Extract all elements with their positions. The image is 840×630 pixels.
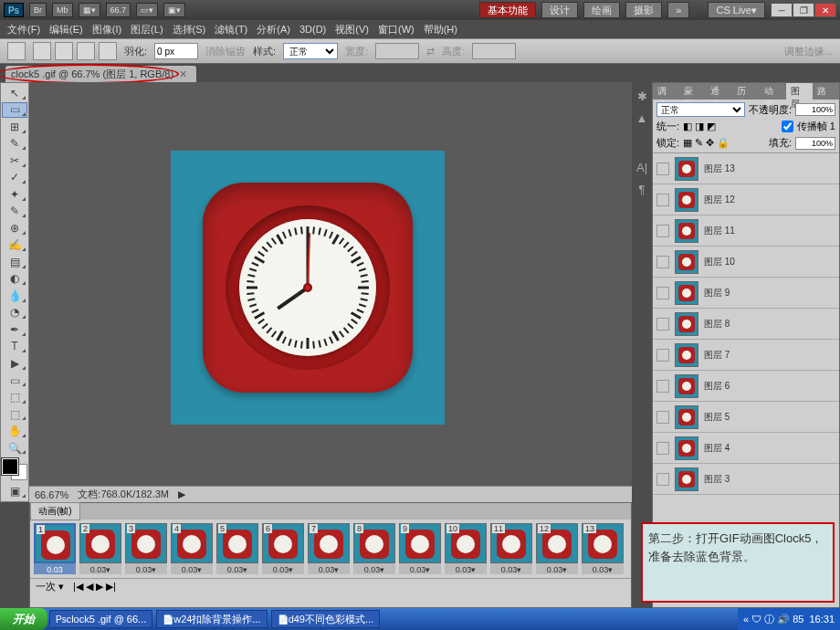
type-tool[interactable]: T (2, 339, 27, 355)
minibridge-icon[interactable]: Mb (52, 3, 73, 17)
tab-close-icon[interactable]: ✕ (179, 68, 187, 80)
menu-filter[interactable]: 滤镜(T) (211, 21, 251, 38)
quickmask-tool[interactable]: ▣ (2, 483, 27, 499)
document-tab[interactable]: clock5 .gif @ 66.7% (图层 1, RGB/8) ✕ (5, 66, 196, 82)
ptab-paths[interactable]: 路径 (813, 83, 839, 100)
color-swatches[interactable] (2, 458, 27, 480)
lasso-tool[interactable]: ⊞ (2, 119, 27, 135)
ptab-adjust[interactable]: 调整 (653, 83, 679, 100)
char-icon[interactable]: A| (634, 159, 650, 175)
eraser-tool[interactable]: ▤ (2, 254, 27, 270)
healing-tool[interactable]: ✦ (2, 186, 27, 203)
menu-view[interactable]: 视图(V) (331, 21, 373, 38)
menu-select[interactable]: 选择(S) (169, 21, 210, 38)
eyedropper-tool[interactable]: ✓ (2, 170, 27, 186)
layer-item[interactable]: 图层 13 (653, 153, 839, 184)
loop-select[interactable]: 一次 ▾ (36, 580, 64, 593)
menu-analysis[interactable]: 分析(A) (253, 21, 294, 38)
paragraph-icon[interactable]: ¶ (634, 181, 650, 197)
new-selection-icon[interactable] (33, 42, 51, 60)
animation-frame[interactable]: 10.03 (34, 523, 76, 574)
layer-item[interactable]: 图层 12 (653, 184, 839, 215)
ptab-channel[interactable]: 通道 (706, 83, 732, 100)
blur-tool[interactable]: 💧 (2, 288, 27, 304)
marquee-tool[interactable]: ▭ (2, 102, 27, 119)
gradient-tool[interactable]: ◐ (2, 271, 27, 288)
ptab-action[interactable]: 动作 (760, 83, 786, 100)
cslive-button[interactable]: CS Live ▾ (708, 2, 765, 18)
ptab-layers[interactable]: 图层 (786, 83, 813, 100)
visibility-toggle[interactable] (656, 442, 669, 455)
tool-preset-icon[interactable] (7, 42, 26, 60)
menu-3d[interactable]: 3D(D) (296, 22, 330, 37)
workspace-design[interactable]: 设计 (541, 2, 578, 18)
pen-tool[interactable]: ✒ (2, 321, 27, 338)
menu-help[interactable]: 帮助(H) (420, 21, 461, 38)
foreground-color[interactable] (2, 458, 18, 475)
histogram-icon[interactable]: ▲ (634, 110, 650, 126)
zoom-tool[interactable]: 🔍 (2, 440, 27, 457)
visibility-toggle[interactable] (656, 380, 669, 393)
navigator-icon[interactable]: ✱ (634, 88, 650, 104)
intersect-selection-icon[interactable] (99, 42, 117, 60)
visibility-toggle[interactable] (656, 225, 669, 237)
add-selection-icon[interactable] (55, 42, 73, 60)
animation-frame[interactable]: 60.03▾ (262, 523, 304, 574)
minimize-button[interactable]: ─ (771, 3, 793, 17)
layer-item[interactable]: 图层 5 (653, 402, 839, 433)
visibility-toggle[interactable] (656, 411, 669, 424)
animation-frame[interactable]: 20.03▾ (79, 523, 121, 574)
blend-mode-select[interactable]: 正常 (656, 102, 745, 117)
task-item[interactable]: 📄 d49不同色彩模式... (271, 610, 381, 628)
visibility-toggle[interactable] (656, 473, 669, 486)
zoom-level[interactable]: 66.7 (106, 3, 131, 17)
brush-tool[interactable]: ✎ (2, 204, 27, 220)
3d-tool[interactable]: ⬚ (2, 389, 27, 405)
feather-input[interactable] (154, 43, 198, 59)
task-item[interactable]: 📄 w24扣除背景操作... (156, 610, 267, 628)
ptab-history[interactable]: 历史 (732, 83, 759, 100)
screen-mode-icon[interactable]: ▣▾ (163, 3, 185, 17)
subtract-selection-icon[interactable] (77, 42, 95, 60)
move-tool[interactable]: ↖ (2, 85, 27, 101)
animation-frame[interactable]: 40.03▾ (171, 523, 213, 574)
animation-frame[interactable]: 30.03▾ (125, 523, 167, 574)
system-tray[interactable]: « 🛡 ⓘ 🔊 85 16:31 (738, 608, 840, 630)
animation-frame[interactable]: 70.03▾ (308, 523, 350, 574)
animation-frame[interactable]: 110.03▾ (490, 523, 532, 574)
arrange-icon[interactable]: ▭▾ (136, 3, 158, 17)
layer-item[interactable]: 图层 4 (653, 433, 839, 464)
layer-item[interactable]: 图层 10 (653, 247, 839, 278)
close-button[interactable]: ✕ (814, 3, 836, 17)
canvas[interactable]: 66.67% 文档:768.0K/182.3M ▶ (29, 82, 632, 502)
workspace-more[interactable]: » (667, 2, 689, 18)
visibility-toggle[interactable] (656, 256, 669, 268)
animation-frame[interactable]: 80.03▾ (353, 523, 395, 574)
maximize-button[interactable]: ❐ (793, 3, 814, 17)
animation-frame[interactable]: 120.03▾ (536, 523, 578, 574)
crop-tool[interactable]: ✂ (2, 152, 27, 169)
path-select-tool[interactable]: ▶ (2, 355, 27, 372)
history-brush-tool[interactable]: ✍ (2, 237, 27, 254)
menu-layer[interactable]: 图层(L) (127, 21, 166, 38)
menu-edit[interactable]: 编辑(E) (46, 21, 87, 38)
bridge-icon[interactable]: Br (29, 3, 47, 17)
start-button[interactable]: 开始 (0, 608, 47, 630)
layer-item[interactable]: 图层 6 (653, 371, 839, 402)
visibility-toggle[interactable] (656, 287, 669, 299)
shape-tool[interactable]: ▭ (2, 373, 27, 389)
visibility-toggle[interactable] (656, 349, 669, 362)
visibility-toggle[interactable] (656, 163, 669, 175)
visibility-toggle[interactable] (656, 318, 669, 331)
animation-frame[interactable]: 50.03▾ (216, 523, 258, 574)
fill-input[interactable] (795, 137, 835, 150)
dodge-tool[interactable]: ◔ (2, 305, 27, 321)
animation-frame[interactable]: 130.03▾ (582, 523, 624, 574)
animation-frame[interactable]: 100.03▾ (445, 523, 487, 574)
propagate-checkbox[interactable] (782, 121, 793, 132)
visibility-toggle[interactable] (656, 194, 669, 206)
animation-frame[interactable]: 90.03▾ (399, 523, 441, 574)
menu-file[interactable]: 文件(F) (4, 21, 44, 38)
task-item[interactable]: Ps clock5 .gif @ 66... (49, 610, 152, 628)
menu-image[interactable]: 图像(I) (89, 21, 125, 38)
